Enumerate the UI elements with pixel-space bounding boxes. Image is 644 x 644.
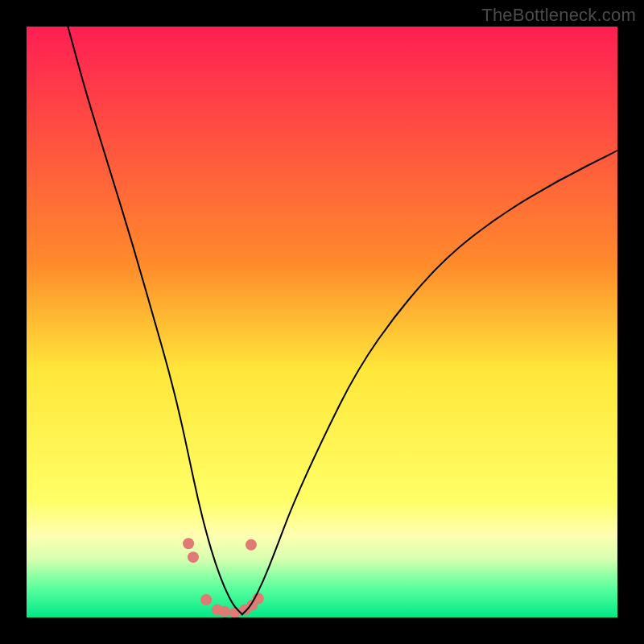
plot-area	[27, 27, 617, 617]
chart-frame: TheBottleneck.com	[0, 0, 644, 644]
svg-point-2	[200, 594, 212, 605]
svg-point-4	[219, 606, 230, 617]
watermark-text: TheBottleneck.com	[481, 5, 636, 26]
gradient-background	[27, 27, 617, 617]
chart-svg	[27, 27, 617, 617]
svg-point-9	[246, 539, 257, 551]
svg-point-1	[188, 551, 199, 563]
svg-point-0	[183, 538, 194, 549]
